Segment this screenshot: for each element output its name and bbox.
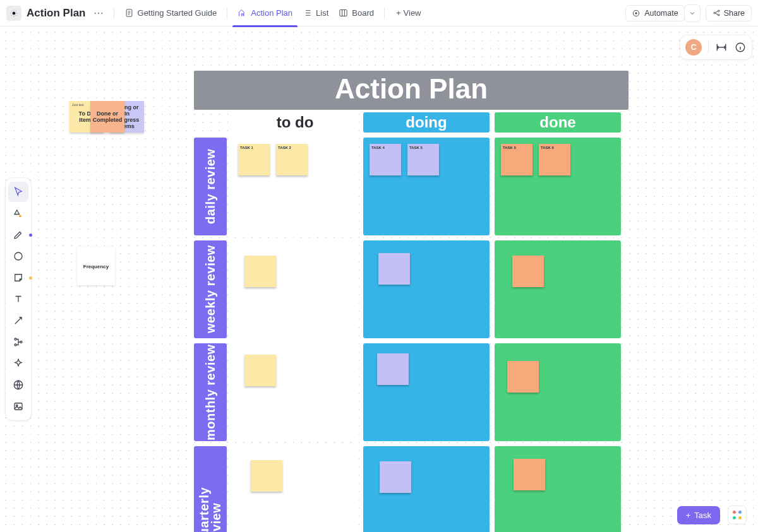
shape-tool-icon[interactable] <box>8 246 28 266</box>
svg-point-5 <box>714 12 715 13</box>
tab-label: Getting Started Guide <box>138 8 217 18</box>
task-note[interactable] <box>244 355 276 386</box>
tab-list[interactable]: List <box>298 0 334 27</box>
share-button[interactable]: Share <box>706 5 752 21</box>
cell-quarterly-todo[interactable] <box>232 446 358 532</box>
row-header-quarterly: quarterly review <box>194 446 227 532</box>
svg-rect-13 <box>15 403 22 410</box>
task-note[interactable] <box>380 461 411 493</box>
task-note[interactable]: TASK 5 <box>501 144 532 175</box>
share-label: Share <box>724 9 745 18</box>
pen-tool-icon[interactable] <box>8 225 28 245</box>
cell-weekly-todo[interactable] <box>232 240 358 338</box>
avatar[interactable]: C <box>685 39 702 56</box>
web-tool-icon[interactable] <box>8 375 28 395</box>
svg-point-0 <box>13 11 16 15</box>
apps-grid-icon <box>733 511 742 519</box>
task-note[interactable]: TASK 2 <box>276 144 308 175</box>
automate-dropdown[interactable] <box>684 4 701 22</box>
column-header-todo: to do <box>232 112 358 133</box>
tab-label: List <box>316 8 328 18</box>
svg-point-10 <box>15 344 16 346</box>
plus-icon: + <box>396 8 401 18</box>
automate-label: Automate <box>644 9 678 18</box>
plus-icon: + <box>686 511 691 520</box>
top-bar: Action Plan ⋯ Getting Started Guide Acti… <box>0 0 758 27</box>
connector-tool-icon[interactable] <box>8 310 28 331</box>
svg-point-8 <box>15 252 22 260</box>
tab-action-plan[interactable]: Action Plan <box>232 0 298 27</box>
diagram-tool-icon[interactable] <box>8 332 28 352</box>
task-note[interactable] <box>244 256 276 287</box>
fit-width-icon[interactable] <box>715 41 728 54</box>
svg-point-4 <box>635 12 637 13</box>
row-header-daily: daily review <box>194 138 227 235</box>
separator <box>227 8 227 19</box>
select-tool-icon[interactable] <box>8 182 28 202</box>
tab-getting-started[interactable]: Getting Started Guide <box>119 0 222 27</box>
column-header-done: done <box>495 112 621 133</box>
row-header-monthly: monthly review <box>194 343 227 441</box>
separator <box>708 41 709 54</box>
cell-monthly-doing[interactable] <box>363 343 490 441</box>
image-tool-icon[interactable] <box>8 396 28 417</box>
svg-point-7 <box>718 15 719 16</box>
task-note[interactable]: TASK 5 <box>407 144 439 175</box>
task-button-label: Task <box>694 511 711 520</box>
cell-monthly-done[interactable] <box>495 343 621 441</box>
task-note[interactable]: TASK 4 <box>370 144 401 175</box>
more-menu-icon[interactable]: ⋯ <box>88 7 109 19</box>
text-tool-icon[interactable] <box>8 289 28 309</box>
svg-point-9 <box>15 338 16 340</box>
whiteboard-canvas[interactable]: C Just text To Do Items Doing or In prog… <box>0 27 758 532</box>
sticky-note-tool-icon[interactable] <box>8 268 28 288</box>
separator <box>114 8 114 19</box>
apps-button[interactable] <box>728 505 747 524</box>
task-note[interactable] <box>514 459 545 490</box>
canvas-controls: C <box>680 35 752 59</box>
separator <box>384 8 385 19</box>
automate-button[interactable]: Automate <box>625 5 685 21</box>
svg-point-11 <box>20 341 22 343</box>
add-view-label: View <box>404 8 421 18</box>
cell-weekly-done[interactable] <box>495 240 621 338</box>
legend-tiny-label: Just text <box>72 103 84 107</box>
ai-tool-icon[interactable] <box>8 353 28 374</box>
row-header-weekly: weekly review <box>194 240 227 338</box>
cell-quarterly-done[interactable] <box>495 446 621 532</box>
cell-daily-doing[interactable]: TASK 4 TASK 5 <box>363 138 490 235</box>
column-header-doing: doing <box>363 112 490 133</box>
task-note[interactable] <box>251 460 282 492</box>
task-note[interactable] <box>512 256 544 287</box>
tab-board[interactable]: Board <box>334 0 379 27</box>
task-note[interactable] <box>507 361 539 393</box>
legend-done-note[interactable]: Done or Completed <box>90 101 124 133</box>
cell-quarterly-doing[interactable] <box>363 446 490 532</box>
legend-done-label: Done or Completed <box>93 110 123 123</box>
frequency-card[interactable]: Frequency <box>77 247 115 285</box>
cell-daily-todo[interactable]: TASK 1 TASK 2 <box>232 138 358 235</box>
new-task-button[interactable]: + Task <box>677 506 720 524</box>
action-plan-board: Action Plan to do doing done daily revie… <box>194 71 629 532</box>
cell-daily-done[interactable]: TASK 5 TASK 6 <box>495 138 621 235</box>
svg-rect-2 <box>340 10 347 16</box>
svg-point-6 <box>718 10 719 11</box>
task-note[interactable]: TASK 1 <box>238 144 270 175</box>
board-title: Action Plan <box>194 71 629 110</box>
task-note[interactable] <box>378 253 410 285</box>
tab-label: Action Plan <box>251 8 292 18</box>
cell-weekly-doing[interactable] <box>363 240 490 338</box>
doc-icon[interactable] <box>6 6 21 21</box>
task-note[interactable]: TASK 6 <box>539 144 570 175</box>
tab-label: Board <box>352 8 374 18</box>
shape-generate-tool-icon[interactable] <box>8 203 28 223</box>
frequency-label: Frequency <box>83 264 109 269</box>
page-title: Action Plan <box>27 7 86 20</box>
cell-monthly-todo[interactable] <box>232 343 358 441</box>
tool-rail <box>6 178 31 420</box>
info-icon[interactable] <box>734 41 747 54</box>
task-note[interactable] <box>377 353 409 385</box>
add-view-button[interactable]: + View <box>390 8 428 18</box>
